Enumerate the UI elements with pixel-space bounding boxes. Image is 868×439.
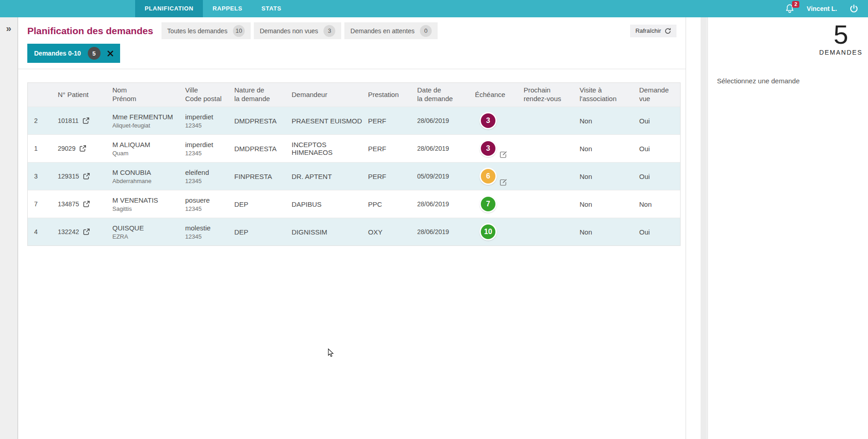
patient-name: Mme FERMENTUM xyxy=(112,113,182,121)
city: molestie xyxy=(185,224,231,232)
prestation-cell: PERF xyxy=(364,145,414,153)
patient-cell: 134875 xyxy=(54,200,109,208)
edit-icon[interactable] xyxy=(500,151,507,158)
refresh-icon xyxy=(665,28,671,34)
date-cell: 28/06/2019 xyxy=(414,117,471,124)
demandes-count: 5 xyxy=(819,21,863,49)
row-index: 2 xyxy=(28,117,54,124)
name-cell: Mme FERMENTUM Aliquet-feugiat xyxy=(109,113,182,129)
external-link-icon[interactable] xyxy=(83,228,90,235)
user-name[interactable]: Vincent L. xyxy=(807,5,837,12)
tab-stats[interactable]: STATS xyxy=(252,0,291,17)
external-link-icon[interactable] xyxy=(83,173,90,180)
column-header[interactable]: Demandeur xyxy=(288,91,364,99)
city-cell: imperdiet 12345 xyxy=(182,113,231,129)
column-header[interactable]: Demande vue xyxy=(636,86,680,103)
page-header: Planification des demandes Toutes les de… xyxy=(18,17,686,69)
filter-demandes-non-vues[interactable]: Demandes non vues 3 xyxy=(254,22,341,39)
detail-panel: 5 DEMANDES Sélectionnez une demande xyxy=(707,17,868,439)
demandeur-cell: DAPIBUS xyxy=(288,200,364,208)
demandes-count-label: DEMANDES xyxy=(819,49,863,56)
external-link-icon[interactable] xyxy=(79,145,86,152)
city-cell: posuere 12345 xyxy=(182,196,231,212)
close-icon[interactable] xyxy=(107,51,113,56)
row-index: 1 xyxy=(28,145,54,152)
row-index: 7 xyxy=(28,200,54,208)
visite-cell: Non xyxy=(576,173,636,180)
column-header-line1: Nature de xyxy=(234,86,288,95)
echeance-badge: 3 xyxy=(479,112,497,129)
row-index: 3 xyxy=(28,173,54,180)
echeance-badge: 10 xyxy=(479,223,497,240)
table-row[interactable]: 7 134875 M VENENATIS Sagittis posuere 12… xyxy=(28,190,680,218)
column-header-line2: Code postal xyxy=(185,95,231,103)
external-link-icon[interactable] xyxy=(83,200,90,208)
patient-number: 129315 xyxy=(58,173,79,180)
patient-cell: 129315 xyxy=(54,173,109,180)
filter-toutes-les-demandes[interactable]: Toutes les demandes 10 xyxy=(161,22,251,39)
patient-name: M ALIQUAM xyxy=(112,141,182,148)
filter-demandes-en-attentes[interactable]: Demandes en attentes 0 xyxy=(344,22,438,39)
table-row[interactable]: 3 129315 M CONUBIA Abderrahmane eleifend… xyxy=(28,162,680,190)
patient-number: 134875 xyxy=(58,200,79,208)
expand-sidebar-button[interactable]: » xyxy=(6,23,11,33)
column-header-line2: l'association xyxy=(580,95,636,103)
column-header[interactable]: Visite à l'association xyxy=(576,86,636,103)
column-header-line1: Demande xyxy=(639,86,680,95)
column-header[interactable]: Nature de la demande xyxy=(231,86,288,103)
nav-tabs: PLANIFICATION RAPPELS STATS xyxy=(135,0,291,17)
column-header[interactable]: Nom Prénom xyxy=(109,86,182,103)
column-header[interactable]: N° Patient xyxy=(54,91,109,99)
date-cell: 28/06/2019 xyxy=(414,228,471,235)
table-body: 2 101811 Mme FERMENTUM Aliquet-feugiat i… xyxy=(28,107,680,245)
logout-button[interactable] xyxy=(849,4,859,14)
name-cell: QUISQUE EZRA xyxy=(109,224,182,240)
column-header[interactable]: Ville Code postal xyxy=(182,86,231,103)
refresh-button[interactable]: Rafraîchir xyxy=(630,25,676,37)
column-header-line2: vue xyxy=(639,95,680,103)
prestation-cell: PPC xyxy=(364,200,414,208)
vue-cell: Oui xyxy=(636,228,680,236)
chip-count-badge: 5 xyxy=(88,47,101,60)
nature-cell: FINPRESTA xyxy=(231,173,288,180)
vertical-scrollbar[interactable] xyxy=(701,17,707,439)
top-nav: PLANIFICATION RAPPELS STATS 2 Vincent L. xyxy=(0,0,868,17)
external-link-icon[interactable] xyxy=(82,117,90,124)
chip-label: Demandes 0-10 xyxy=(34,50,81,57)
demandeur-cell: PRAESENT EUISMOD xyxy=(288,117,364,125)
demandeur-cell: INCEPTOS HIMENAEOS xyxy=(288,141,364,156)
postal-code: 12345 xyxy=(185,233,231,240)
city: imperdiet xyxy=(185,113,231,121)
column-header-line1: Ville xyxy=(185,86,231,95)
patient-name: M VENENATIS xyxy=(112,196,182,204)
patient-cell: 101811 xyxy=(54,117,109,124)
table-row[interactable]: 4 132242 QUISQUE EZRA molestie 12345 DEP… xyxy=(28,218,680,245)
row-index: 4 xyxy=(28,228,54,235)
edit-icon[interactable] xyxy=(500,179,507,186)
patient-name: QUISQUE xyxy=(112,224,182,232)
table-row[interactable]: 2 101811 Mme FERMENTUM Aliquet-feugiat i… xyxy=(28,107,680,134)
active-filter-chip[interactable]: Demandes 0-10 5 xyxy=(27,44,120,63)
name-cell: M VENENATIS Sagittis xyxy=(109,196,182,212)
notifications-button[interactable]: 2 xyxy=(785,4,795,14)
table-row[interactable]: 1 29029 M ALIQUAM Quam imperdiet 12345 D… xyxy=(28,134,680,162)
column-header[interactable]: Date de la demande xyxy=(414,86,471,103)
patient-firstname: EZRA xyxy=(112,233,182,240)
column-header[interactable]: Échéance xyxy=(471,91,520,99)
column-header[interactable]: Prochain rendez-vous xyxy=(520,86,576,103)
date-cell: 05/09/2019 xyxy=(414,173,471,180)
tab-rappels[interactable]: RAPPELS xyxy=(203,0,252,17)
patient-firstname: Abderrahmane xyxy=(112,178,182,184)
column-header-line1: Nom xyxy=(112,86,182,95)
visite-cell: Non xyxy=(576,228,636,236)
tab-planification[interactable]: PLANIFICATION xyxy=(135,0,203,17)
column-header-line1: Échéance xyxy=(475,91,520,99)
column-header-line1: Demandeur xyxy=(292,91,364,99)
city: posuere xyxy=(185,196,231,204)
vue-cell: Oui xyxy=(636,117,680,125)
prestation-cell: OXY xyxy=(364,228,414,236)
page-title: Planification des demandes xyxy=(27,26,153,36)
name-cell: M CONUBIA Abderrahmane xyxy=(109,168,182,184)
column-header[interactable]: Prestation xyxy=(364,91,414,99)
power-icon xyxy=(849,4,859,14)
